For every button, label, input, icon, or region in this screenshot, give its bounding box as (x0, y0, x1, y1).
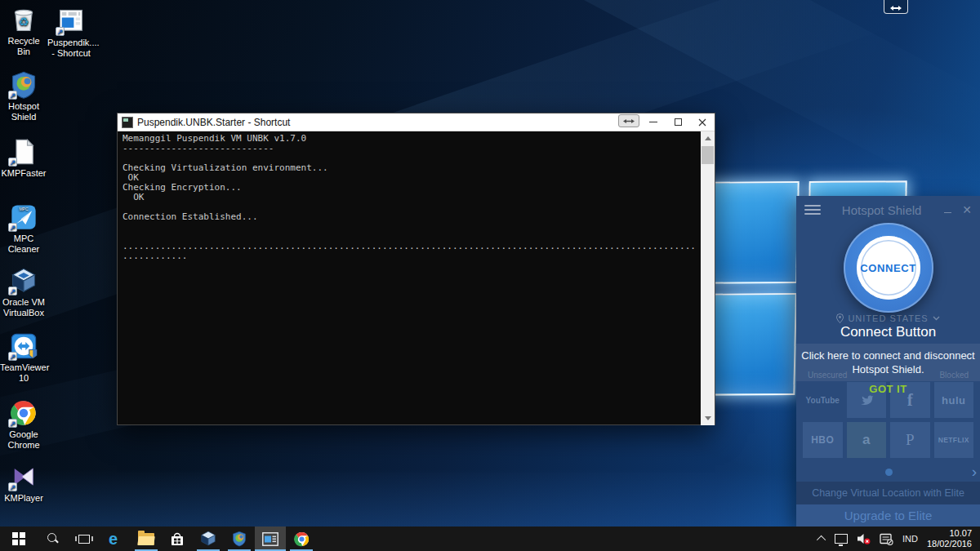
carousel-next-icon[interactable]: › (972, 463, 977, 481)
taskbar-clock[interactable]: 10.07 18/02/2016 (927, 528, 972, 549)
desktop-icon-recycle-bin[interactable]: ♻ Recycle Bin (0, 5, 47, 57)
desktop-icon-chrome[interactable]: Google Chrome (0, 398, 47, 451)
hotspot-title: Hotspot Shield (821, 203, 942, 217)
app-window-icon (56, 7, 86, 36)
maximize-button[interactable] (666, 113, 690, 131)
hotspot-shield-icon (9, 70, 38, 100)
taskbar-hotspot-shield[interactable] (224, 527, 255, 551)
desktop-icon-mpc-cleaner[interactable]: MPC MPC Cleaner (0, 202, 47, 255)
notification-tray-icon[interactable] (880, 533, 893, 545)
kmplayer-icon (9, 462, 38, 491)
document-icon (9, 137, 38, 167)
volume-muted-icon[interactable] (857, 532, 871, 545)
icon-label: Chrome (0, 440, 47, 451)
taskbar-edge[interactable]: e (100, 527, 131, 551)
taskbar-chrome[interactable] (286, 527, 317, 551)
desktop-icon-hotspot-shield[interactable]: Hotspot Shield (0, 70, 47, 122)
shortcut-arrow-badge (8, 158, 17, 167)
minimize-button[interactable] (641, 113, 666, 131)
teamviewer-icon (9, 331, 38, 361)
console-line: Checking Encryption... (122, 183, 695, 193)
shortcut-arrow-badge (56, 27, 65, 36)
tile-pandora[interactable]: P (890, 422, 930, 458)
tile-youtube[interactable]: YouTube (803, 382, 843, 418)
shortcut-arrow-badge (8, 287, 17, 295)
tile-netflix[interactable]: NETFLIX (934, 422, 974, 458)
svg-text:e: e (109, 530, 118, 548)
taskbar-file-explorer[interactable] (131, 527, 162, 551)
icon-label: Oracle VM (0, 297, 47, 308)
tooltip-line: Click here to connect and disconnect (796, 349, 980, 362)
desktop-icon-teamviewer[interactable]: TeamViewer 10 (0, 331, 47, 384)
panel-minimize-button[interactable] (942, 204, 954, 216)
connect-button[interactable]: CONNECT (844, 223, 933, 313)
desktop-icon-kmpfaster[interactable]: KMPFaster (0, 137, 47, 179)
scrollbar-thumb[interactable] (702, 146, 714, 164)
scroll-up-arrow[interactable] (701, 131, 715, 145)
shortcut-arrow-badge (8, 482, 17, 491)
taskbar-console-active[interactable] (255, 527, 286, 551)
panel-close-icon[interactable]: ✕ (962, 204, 972, 216)
got-it-button[interactable]: GOT IT (869, 383, 906, 395)
svg-text:♻: ♻ (18, 16, 29, 29)
shortcut-arrow-badge (8, 223, 17, 232)
desktop-icon-kmplayer[interactable]: KMPlayer (0, 462, 47, 504)
network-icon[interactable] (835, 534, 848, 544)
file-explorer-icon (138, 533, 154, 545)
windows-logo-icon (12, 532, 25, 545)
icon-label: KMPFaster (0, 168, 47, 179)
tooltip-band: Click here to connect and disconnect Hot… (796, 344, 980, 381)
carousel-dot[interactable] (885, 469, 893, 476)
chevron-down-icon (933, 316, 940, 321)
connect-label: CONNECT (860, 262, 915, 274)
icon-label: Recycle Bin (0, 36, 47, 57)
tile-hbo[interactable]: HBO (803, 422, 843, 458)
chrome-icon (293, 531, 310, 548)
upgrade-elite-button[interactable]: Upgrade to Elite (796, 504, 980, 527)
taskbar-windows-store[interactable] (162, 527, 193, 551)
tile-hulu[interactable]: hulu (934, 382, 974, 418)
start-button[interactable] (0, 527, 38, 551)
taskbar-search-button[interactable] (38, 527, 69, 551)
close-icon (698, 118, 706, 127)
console-output[interactable]: Memanggil Puspendik VM UNBK v1.7.0 -----… (118, 131, 715, 425)
system-tray: IND 10.07 18/02/2016 (819, 527, 980, 551)
console-line (122, 202, 695, 212)
connect-ring: CONNECT (844, 223, 933, 313)
icon-label: VirtualBox (0, 308, 47, 318)
tiles-carousel: › (796, 465, 980, 478)
console-scrollbar[interactable] (701, 131, 715, 425)
change-location-banner[interactable]: Change Virtual Location with Elite (796, 482, 980, 504)
icon-label: KMPlayer (0, 493, 47, 504)
console-line: ---------------------------- (122, 144, 695, 153)
taskbar: e (0, 527, 980, 551)
close-button[interactable] (690, 113, 715, 131)
chrome-icon (9, 398, 38, 428)
console-titlebar[interactable]: Puspendik.UNBK.Starter - Shortcut (118, 113, 715, 131)
location-selector[interactable]: UNITED STATES (796, 312, 980, 325)
desktop-icon-puspendik-shortcut[interactable]: Puspendik.... - Shortcut (47, 7, 95, 59)
tray-chevron-up-icon[interactable] (817, 535, 826, 544)
collapse-arrows-button[interactable] (884, 0, 908, 14)
task-view-icon (78, 535, 90, 544)
menu-icon[interactable] (804, 205, 821, 215)
hotspot-shield-panel: Hotspot Shield ✕ CONNECT UNITED STATES C… (796, 196, 980, 527)
console-line: OK (122, 173, 695, 183)
virtualbox-cube-icon (9, 266, 38, 295)
virtualbox-cube-icon (199, 530, 217, 548)
desktop-icon-virtualbox[interactable]: Oracle VM VirtualBox (0, 266, 47, 318)
taskbar-virtualbox[interactable] (193, 527, 224, 551)
language-indicator[interactable]: IND (902, 534, 918, 544)
scroll-down-arrow[interactable] (701, 411, 715, 425)
console-line: ............ (122, 251, 695, 261)
icon-label: Puspendik.... (47, 38, 95, 48)
horizontal-arrows-icon (890, 5, 902, 11)
console-window-title: Puspendik.UNBK.Starter - Shortcut (137, 117, 618, 128)
console-window-icon (122, 117, 133, 128)
tile-amazon[interactable]: a (847, 422, 887, 458)
console-line: ........................................… (122, 242, 695, 251)
console-line (122, 222, 695, 232)
maximize-icon (675, 118, 682, 126)
shortcut-arrow-badge (8, 352, 17, 361)
task-view-button[interactable] (69, 527, 100, 551)
